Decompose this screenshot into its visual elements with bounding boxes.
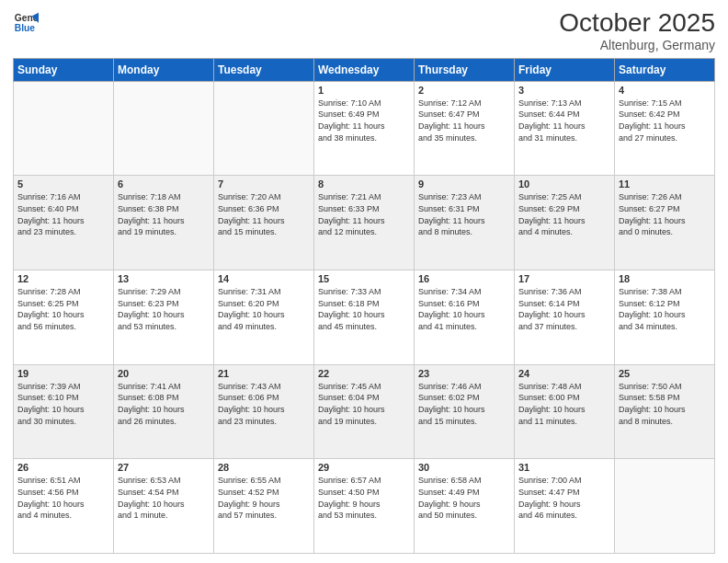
calendar-day-cell: 1Sunrise: 7:10 AM Sunset: 6:49 PM Daylig…	[314, 81, 415, 176]
day-number: 28	[218, 462, 310, 473]
day-info: Sunrise: 7:12 AM Sunset: 6:47 PM Dayligh…	[418, 98, 510, 144]
day-number: 26	[17, 462, 109, 473]
calendar-day-cell: 16Sunrise: 7:34 AM Sunset: 6:16 PM Dayli…	[415, 270, 515, 365]
calendar-day-cell: 30Sunrise: 6:58 AM Sunset: 4:49 PM Dayli…	[415, 459, 515, 554]
day-number: 10	[518, 178, 610, 190]
day-number: 27	[118, 462, 210, 473]
calendar-day-cell: 6Sunrise: 7:18 AM Sunset: 6:38 PM Daylig…	[114, 176, 214, 270]
day-number: 17	[518, 273, 610, 284]
calendar-day-cell: 4Sunrise: 7:15 AM Sunset: 6:42 PM Daylig…	[615, 81, 715, 176]
weekday-header-wednesday: Wednesday	[314, 58, 415, 81]
day-info: Sunrise: 7:34 AM Sunset: 6:16 PM Dayligh…	[418, 286, 510, 332]
day-number: 9	[418, 178, 510, 190]
day-number: 19	[17, 368, 109, 379]
calendar-day-cell: 25Sunrise: 7:50 AM Sunset: 5:58 PM Dayli…	[615, 364, 715, 459]
calendar-week-row: 12Sunrise: 7:28 AM Sunset: 6:25 PM Dayli…	[14, 270, 715, 365]
day-info: Sunrise: 7:36 AM Sunset: 6:14 PM Dayligh…	[518, 286, 610, 332]
calendar-day-cell	[14, 81, 114, 176]
day-number: 23	[418, 368, 510, 379]
weekday-header-saturday: Saturday	[615, 58, 715, 81]
day-number: 5	[17, 178, 109, 190]
calendar-day-cell: 8Sunrise: 7:21 AM Sunset: 6:33 PM Daylig…	[314, 176, 415, 270]
weekday-header-thursday: Thursday	[415, 58, 515, 81]
calendar-day-cell	[214, 81, 314, 176]
page-container: General Blue October 2025 Altenburg, Ger…	[0, 0, 728, 563]
calendar-day-cell: 14Sunrise: 7:31 AM Sunset: 6:20 PM Dayli…	[214, 270, 314, 365]
day-number: 18	[619, 273, 711, 284]
day-number: 7	[218, 178, 310, 190]
header: General Blue October 2025 Altenburg, Ger…	[13, 9, 715, 52]
day-number: 20	[118, 368, 210, 379]
day-info: Sunrise: 7:29 AM Sunset: 6:23 PM Dayligh…	[118, 286, 210, 332]
day-info: Sunrise: 7:48 AM Sunset: 6:00 PM Dayligh…	[518, 381, 610, 427]
day-number: 24	[518, 368, 610, 379]
day-info: Sunrise: 7:21 AM Sunset: 6:33 PM Dayligh…	[318, 191, 410, 237]
day-number: 30	[418, 462, 510, 473]
day-info: Sunrise: 6:51 AM Sunset: 4:56 PM Dayligh…	[17, 475, 109, 521]
day-info: Sunrise: 7:38 AM Sunset: 6:12 PM Dayligh…	[619, 286, 711, 332]
day-info: Sunrise: 6:53 AM Sunset: 4:54 PM Dayligh…	[118, 475, 210, 521]
title-block: October 2025 Altenburg, Germany	[559, 9, 715, 52]
calendar-day-cell: 11Sunrise: 7:26 AM Sunset: 6:27 PM Dayli…	[615, 176, 715, 270]
calendar-day-cell: 29Sunrise: 6:57 AM Sunset: 4:50 PM Dayli…	[314, 459, 415, 554]
svg-text:Blue: Blue	[15, 23, 36, 33]
day-number: 21	[218, 368, 310, 379]
day-info: Sunrise: 7:50 AM Sunset: 5:58 PM Dayligh…	[619, 381, 711, 427]
day-info: Sunrise: 7:23 AM Sunset: 6:31 PM Dayligh…	[418, 191, 510, 237]
day-info: Sunrise: 7:20 AM Sunset: 6:36 PM Dayligh…	[218, 191, 310, 237]
weekday-header-friday: Friday	[515, 58, 615, 81]
day-number: 22	[318, 368, 410, 379]
location-subtitle: Altenburg, Germany	[559, 38, 715, 52]
day-info: Sunrise: 7:31 AM Sunset: 6:20 PM Dayligh…	[218, 286, 310, 332]
calendar-day-cell: 3Sunrise: 7:13 AM Sunset: 6:44 PM Daylig…	[515, 81, 615, 176]
calendar-day-cell	[114, 81, 214, 176]
day-info: Sunrise: 7:41 AM Sunset: 6:08 PM Dayligh…	[118, 381, 210, 427]
day-info: Sunrise: 7:26 AM Sunset: 6:27 PM Dayligh…	[619, 191, 711, 237]
day-number: 1	[318, 85, 410, 96]
day-info: Sunrise: 7:43 AM Sunset: 6:06 PM Dayligh…	[218, 381, 310, 427]
day-info: Sunrise: 7:46 AM Sunset: 6:02 PM Dayligh…	[418, 381, 510, 427]
calendar-day-cell: 31Sunrise: 7:00 AM Sunset: 4:47 PM Dayli…	[515, 459, 615, 554]
logo: General Blue	[13, 9, 39, 35]
day-info: Sunrise: 7:16 AM Sunset: 6:40 PM Dayligh…	[17, 191, 109, 237]
calendar-day-cell: 22Sunrise: 7:45 AM Sunset: 6:04 PM Dayli…	[314, 364, 415, 459]
calendar-day-cell: 7Sunrise: 7:20 AM Sunset: 6:36 PM Daylig…	[214, 176, 314, 270]
day-number: 13	[118, 273, 210, 284]
calendar-day-cell: 19Sunrise: 7:39 AM Sunset: 6:10 PM Dayli…	[14, 364, 114, 459]
calendar-day-cell: 26Sunrise: 6:51 AM Sunset: 4:56 PM Dayli…	[14, 459, 114, 554]
day-info: Sunrise: 7:33 AM Sunset: 6:18 PM Dayligh…	[318, 286, 410, 332]
weekday-header-tuesday: Tuesday	[214, 58, 314, 81]
calendar-day-cell: 23Sunrise: 7:46 AM Sunset: 6:02 PM Dayli…	[415, 364, 515, 459]
day-info: Sunrise: 7:39 AM Sunset: 6:10 PM Dayligh…	[17, 381, 109, 427]
day-number: 3	[518, 85, 610, 96]
day-info: Sunrise: 7:25 AM Sunset: 6:29 PM Dayligh…	[518, 191, 610, 237]
day-info: Sunrise: 6:58 AM Sunset: 4:49 PM Dayligh…	[418, 475, 510, 521]
day-number: 6	[118, 178, 210, 190]
calendar-day-cell: 17Sunrise: 7:36 AM Sunset: 6:14 PM Dayli…	[515, 270, 615, 365]
day-info: Sunrise: 7:10 AM Sunset: 6:49 PM Dayligh…	[318, 98, 410, 144]
calendar-day-cell: 2Sunrise: 7:12 AM Sunset: 6:47 PM Daylig…	[415, 81, 515, 176]
weekday-header-monday: Monday	[114, 58, 214, 81]
day-number: 14	[218, 273, 310, 284]
day-info: Sunrise: 6:57 AM Sunset: 4:50 PM Dayligh…	[318, 475, 410, 521]
day-info: Sunrise: 7:15 AM Sunset: 6:42 PM Dayligh…	[619, 98, 711, 144]
calendar-day-cell: 28Sunrise: 6:55 AM Sunset: 4:52 PM Dayli…	[214, 459, 314, 554]
calendar-week-row: 5Sunrise: 7:16 AM Sunset: 6:40 PM Daylig…	[14, 176, 715, 270]
day-number: 15	[318, 273, 410, 284]
calendar-week-row: 26Sunrise: 6:51 AM Sunset: 4:56 PM Dayli…	[14, 459, 715, 554]
day-number: 4	[619, 85, 711, 96]
calendar-week-row: 19Sunrise: 7:39 AM Sunset: 6:10 PM Dayli…	[14, 364, 715, 459]
day-info: Sunrise: 7:45 AM Sunset: 6:04 PM Dayligh…	[318, 381, 410, 427]
month-title: October 2025	[559, 9, 715, 38]
day-info: Sunrise: 7:28 AM Sunset: 6:25 PM Dayligh…	[17, 286, 109, 332]
calendar-day-cell: 10Sunrise: 7:25 AM Sunset: 6:29 PM Dayli…	[515, 176, 615, 270]
calendar-day-cell: 13Sunrise: 7:29 AM Sunset: 6:23 PM Dayli…	[114, 270, 214, 365]
weekday-header-row: SundayMondayTuesdayWednesdayThursdayFrid…	[14, 58, 715, 81]
calendar-day-cell: 24Sunrise: 7:48 AM Sunset: 6:00 PM Dayli…	[515, 364, 615, 459]
day-number: 31	[518, 462, 610, 473]
calendar-day-cell: 12Sunrise: 7:28 AM Sunset: 6:25 PM Dayli…	[14, 270, 114, 365]
day-info: Sunrise: 6:55 AM Sunset: 4:52 PM Dayligh…	[218, 475, 310, 521]
calendar-day-cell: 15Sunrise: 7:33 AM Sunset: 6:18 PM Dayli…	[314, 270, 415, 365]
day-number: 16	[418, 273, 510, 284]
day-number: 12	[17, 273, 109, 284]
